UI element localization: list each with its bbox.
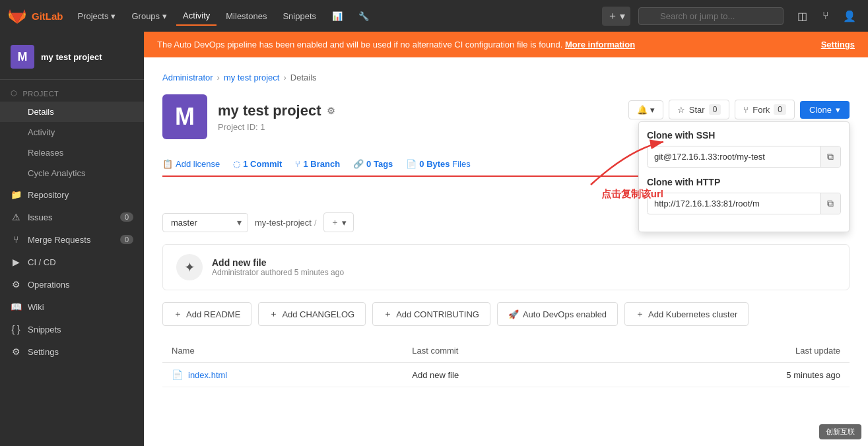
page-layout: M my test project ⬡ Project Details Acti… <box>0 32 868 446</box>
sidebar-item-merge-requests[interactable]: ⑂ Merge Requests 0 <box>0 228 144 251</box>
fork-count: 0 <box>774 104 786 115</box>
shortcut-buttons-row: ＋ Add README ＋ Add CHANGELOG ＋ Add CONTR… <box>162 302 850 326</box>
sidebar-item-snippets[interactable]: { } Snippets <box>0 318 144 340</box>
sidebar-project-avatar: M <box>11 45 34 69</box>
nav-groups[interactable]: Groups ▾ <box>125 7 174 25</box>
sidebar: M my test project ⬡ Project Details Acti… <box>0 32 144 446</box>
repository-icon: 📁 <box>11 189 21 200</box>
ci-icon: ▶ <box>11 257 21 267</box>
tags-link[interactable]: 🔗 0 Tags <box>353 159 393 169</box>
add-file-dropdown-button[interactable]: ＋ ▾ <box>323 212 354 232</box>
plus-kubernetes-icon: ＋ <box>636 308 644 320</box>
plus-icon: ＋ <box>331 216 339 228</box>
path-name: my-test-project <box>255 218 312 228</box>
sidebar-item-ci-cd[interactable]: ▶ CI / CD <box>0 251 144 273</box>
nav-milestones[interactable]: Milestones <box>219 7 273 25</box>
sidebar-item-cycle-analytics[interactable]: Cycle Analytics <box>0 163 144 183</box>
commit-icon: ◌ <box>233 159 240 169</box>
fork-button[interactable]: ⑂ Fork 0 <box>735 100 795 119</box>
clone-ssh-input-wrap: ⧉ <box>647 146 841 168</box>
file-name-cell[interactable]: 📄 index.html <box>172 369 393 380</box>
col-name: Name <box>162 339 403 363</box>
nav-git-icon[interactable]: 🔧 <box>352 7 376 25</box>
nav-projects[interactable]: Projects ▾ <box>71 7 123 25</box>
sidebar-section-project: ⬡ Project <box>0 80 144 102</box>
breadcrumb-administrator[interactable]: Administrator <box>162 73 213 82</box>
clone-chevron-icon: ▾ <box>836 105 840 115</box>
branch-select[interactable]: master <box>162 213 248 232</box>
clone-ssh-input[interactable] <box>648 147 820 166</box>
storage-icon: 📄 <box>406 159 417 169</box>
branch-select-wrap: master <box>162 213 248 232</box>
add-changelog-button[interactable]: ＋ Add CHANGELOG <box>258 302 366 326</box>
clone-ssh-title: Clone with SSH <box>647 130 841 141</box>
sidebar-item-repository[interactable]: 📁 Repository <box>0 183 144 206</box>
storage-link[interactable]: 📄 0 Bytes Files <box>406 159 470 169</box>
sidebar-item-wiki[interactable]: 📖 Wiki <box>0 296 144 318</box>
star-button[interactable]: ☆ Star 0 <box>669 100 730 119</box>
sidebar-item-issues[interactable]: ⚠ Issues 0 <box>0 206 144 228</box>
project-actions: 🔔 ▾ ☆ Star 0 ⑂ Fork 0 Clone ▾ <box>628 100 850 119</box>
sidebar-project-header[interactable]: M my test project <box>0 38 144 80</box>
nav-user-icon[interactable]: 👤 <box>839 5 860 26</box>
nav-issues-icon[interactable]: ◫ <box>791 5 813 26</box>
top-navigation: GitLab Projects ▾ Groups ▾ Activity Mile… <box>0 0 868 32</box>
clone-http-title: Clone with HTTP <box>647 177 841 187</box>
license-icon: 📋 <box>162 159 173 169</box>
nav-snippets[interactable]: Snippets <box>276 7 323 25</box>
commits-link[interactable]: ◌ 1 Commit <box>233 159 282 169</box>
breadcrumb: Administrator › my test project › Detail… <box>162 73 850 82</box>
sidebar-item-settings[interactable]: ⚙ Settings <box>0 340 144 363</box>
clone-http-copy-button[interactable]: ⧉ <box>820 193 840 214</box>
add-contributing-button[interactable]: ＋ Add CONTRIBUTING <box>372 302 490 326</box>
sidebar-item-releases[interactable]: Releases <box>0 143 144 163</box>
project-settings-icon[interactable]: ⚙ <box>327 106 335 116</box>
sidebar-item-details[interactable]: Details <box>0 102 144 122</box>
nav-activity[interactable]: Activity <box>176 7 217 26</box>
clone-http-input-wrap: ⧉ <box>647 193 841 214</box>
branch-icon: ⑂ <box>295 159 300 169</box>
merge-requests-badge: 0 <box>120 235 133 244</box>
auto-devops-button[interactable]: 🚀 Auto DevOps enabled <box>497 302 618 326</box>
nav-icons-group: ◫ ⑂ 👤 <box>791 5 860 26</box>
project-id: Project ID: 1 <box>218 122 335 132</box>
file-table-body: 📄 index.html Add new file 5 minutes ago <box>162 363 850 387</box>
operations-icon: ⚙ <box>11 279 21 290</box>
project-big-avatar: M <box>162 94 207 139</box>
path-row: my-test-project / <box>255 218 317 228</box>
add-file-card: ✦ Add new file Administrator authored 5 … <box>162 244 850 290</box>
breadcrumb-project[interactable]: my test project <box>224 73 280 82</box>
file-name: index.html <box>188 370 227 380</box>
search-input[interactable] <box>638 7 784 25</box>
branches-link[interactable]: ⑂ 1 Branch <box>295 159 340 169</box>
issues-badge: 0 <box>120 212 133 222</box>
watermark: 创新互联 <box>819 424 861 439</box>
clone-button[interactable]: Clone ▾ <box>800 101 850 119</box>
project-title-row: my test project ⚙ <box>218 102 335 119</box>
nav-create-button[interactable]: ＋▾ <box>602 7 630 26</box>
add-readme-button[interactable]: ＋ Add README <box>162 302 251 326</box>
nav-chart-icon[interactable]: 📊 <box>325 7 349 25</box>
sidebar-item-activity[interactable]: Activity <box>0 122 144 143</box>
clone-ssh-copy-button[interactable]: ⧉ <box>820 146 840 167</box>
banner-settings-link[interactable]: Settings <box>821 40 855 49</box>
banner-link[interactable]: More information <box>565 40 635 49</box>
wiki-icon: 📖 <box>11 302 21 312</box>
banner-message: The Auto DevOps pipeline has been enable… <box>157 40 562 49</box>
breadcrumb-current: Details <box>290 73 317 82</box>
nav-merge-requests-icon[interactable]: ⑂ <box>815 5 836 26</box>
notification-button[interactable]: 🔔 ▾ <box>628 100 663 119</box>
file-table-header: Name Last commit Last update <box>162 339 850 363</box>
star-count: 0 <box>709 104 721 115</box>
project-header-left: M my test project ⚙ Project ID: 1 <box>162 94 335 139</box>
clone-http-input[interactable] <box>648 194 820 213</box>
add-file-card-title: Add new file <box>212 257 344 268</box>
clone-dropdown: Clone with SSH ⧉ Clone with HTTP ⧉ <box>638 121 850 232</box>
tags-icon: 🔗 <box>353 159 364 169</box>
sidebar-item-operations[interactable]: ⚙ Operations <box>0 273 144 296</box>
add-license-link[interactable]: 📋 Add license <box>162 159 220 169</box>
add-kubernetes-button[interactable]: ＋ Add Kubernetes cluster <box>624 302 749 326</box>
gitlab-logo[interactable]: GitLab <box>8 7 63 25</box>
add-file-card-icon: ✦ <box>176 254 203 280</box>
add-file-card-description: Administrator authored 5 minutes ago <box>212 268 344 277</box>
